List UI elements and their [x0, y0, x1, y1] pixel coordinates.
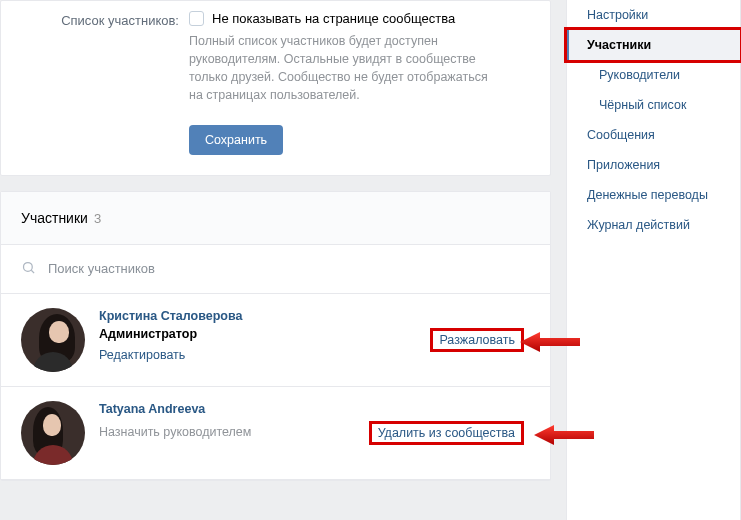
settings-content: Не показывать на странице сообщества Пол… — [189, 11, 530, 105]
demote-link[interactable]: Разжаловать — [430, 328, 524, 352]
avatar[interactable] — [21, 308, 85, 372]
members-title: Участники — [21, 210, 88, 226]
svg-line-1 — [31, 270, 34, 273]
nav-item-members[interactable]: Участники — [567, 30, 740, 60]
nav-item-action-log[interactable]: Журнал действий — [567, 210, 740, 240]
search-input[interactable] — [48, 261, 530, 276]
remove-from-community-link[interactable]: Удалить из сообщества — [369, 421, 524, 445]
settings-label: Список участников: — [21, 11, 179, 28]
search-icon — [21, 260, 36, 278]
avatar[interactable] — [21, 401, 85, 465]
settings-hint: Полный список участников будет доступен … — [189, 32, 489, 105]
checkbox-hide-members[interactable] — [189, 11, 204, 26]
checkbox-row[interactable]: Не показывать на странице сообщества — [189, 11, 530, 26]
nav-item-managers[interactable]: Руководители — [567, 60, 740, 90]
edit-member-link[interactable]: Редактировать — [99, 348, 185, 362]
member-name-link[interactable]: Tatyana Andreeva — [99, 402, 205, 416]
nav-item-messages[interactable]: Сообщения — [567, 120, 740, 150]
settings-card: Список участников: Не показывать на стра… — [0, 0, 551, 176]
nav-item-apps[interactable]: Приложения — [567, 150, 740, 180]
nav-item-blacklist[interactable]: Чёрный список — [567, 90, 740, 120]
members-header: Участники 3 — [1, 192, 550, 245]
settings-row-members-visibility: Список участников: Не показывать на стра… — [21, 1, 530, 105]
svg-marker-3 — [534, 425, 594, 445]
assign-admin-link[interactable]: Назначить руководителем — [99, 425, 251, 439]
member-row: Кристина Сталоверова Администратор Редак… — [1, 294, 550, 387]
member-right-actions: Удалить из сообщества — [369, 421, 530, 445]
member-right-actions: Разжаловать — [430, 328, 530, 352]
svg-point-0 — [24, 262, 33, 271]
save-button[interactable]: Сохранить — [189, 125, 283, 155]
members-card: Участники 3 Кристина Сталоверова — [0, 191, 551, 481]
member-name-link[interactable]: Кристина Сталоверова — [99, 309, 242, 323]
search-row[interactable] — [1, 245, 550, 294]
nav-item-settings[interactable]: Настройки — [567, 0, 740, 30]
nav-item-money-transfers[interactable]: Денежные переводы — [567, 180, 740, 210]
member-info: Кристина Сталоверова Администратор Редак… — [99, 308, 416, 362]
svg-marker-2 — [520, 332, 580, 352]
members-count: 3 — [94, 211, 101, 226]
member-role: Администратор — [99, 327, 416, 341]
checkbox-label: Не показывать на странице сообщества — [212, 11, 455, 26]
member-info: Tatyana Andreeva Назначить руководителем — [99, 401, 355, 439]
member-row: Tatyana Andreeva Назначить руководителем… — [1, 387, 550, 480]
